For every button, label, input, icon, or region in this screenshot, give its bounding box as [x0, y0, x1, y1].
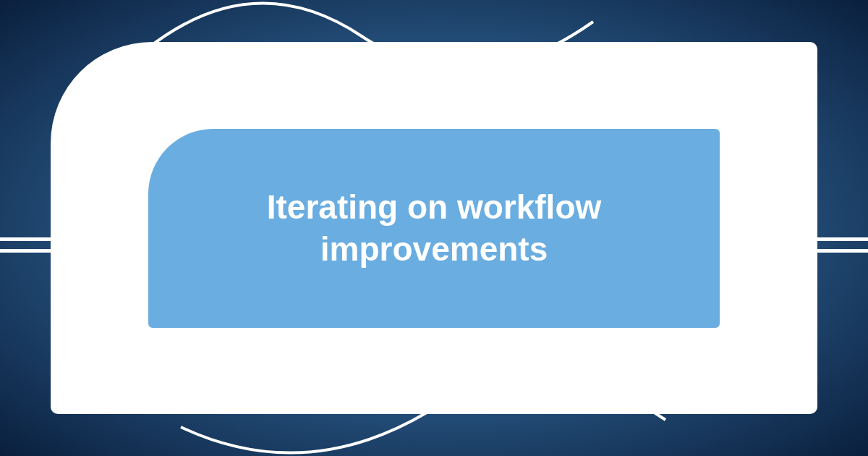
inner-panel: Iterating on workflow improvements — [148, 129, 720, 328]
page-title: Iterating on workflow improvements — [192, 187, 676, 270]
